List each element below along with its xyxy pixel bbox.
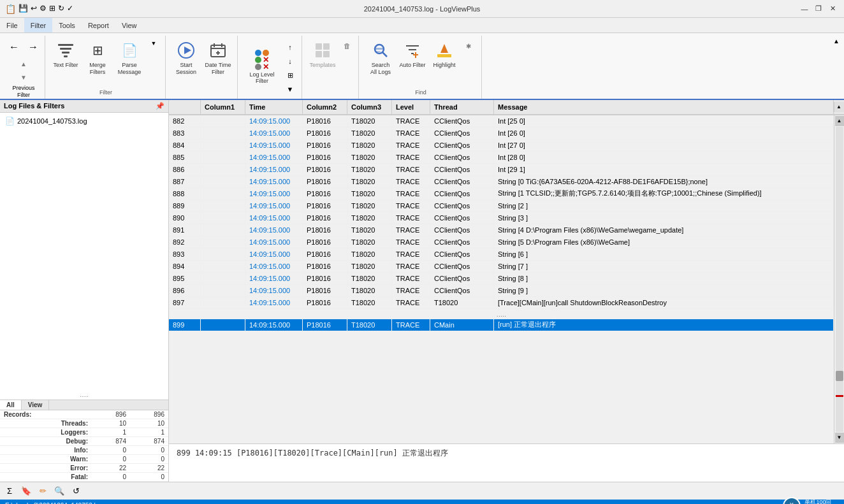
stats-view-7: 0 <box>130 473 168 482</box>
col-header-message[interactable]: Message <box>494 100 834 114</box>
menu-report[interactable]: Report <box>82 18 115 32</box>
auto-filter-button[interactable]: Auto Filter <box>397 37 428 75</box>
nav-down-button[interactable]: ▼ <box>16 71 31 83</box>
stats-view-0: 896 <box>130 410 168 419</box>
bookmark-button[interactable]: 🔖 <box>19 484 33 498</box>
table-cell: P18016 <box>303 152 347 163</box>
stats-tabs: All View <box>0 400 168 410</box>
table-cell: Int [27 0] <box>494 140 834 151</box>
table-row[interactable]: 89314:09:15.000P18016T18020TRACECClientQ… <box>169 248 834 261</box>
templates-icon <box>312 40 333 61</box>
table-cell <box>201 273 245 284</box>
start-session-button[interactable]: Start Session <box>171 37 201 79</box>
table-cell: P18016 <box>303 224 347 236</box>
log-level-filter-button[interactable]: ✕ ✕ Log Level Filter <box>243 47 281 89</box>
templates-button[interactable]: Templates <box>307 37 338 75</box>
merge-filters-button[interactable]: ⊞ Merge Filters <box>82 37 113 79</box>
stats-label-0: Records: <box>0 410 92 419</box>
log-table-header: Column1 Time Column2 Column3 Level Threa… <box>169 100 844 115</box>
file-item[interactable]: 📄 20241004_140753.log <box>3 115 166 127</box>
menu-tools[interactable]: Tools <box>52 18 82 32</box>
search-all-logs-button[interactable]: Search All Logs <box>365 37 396 79</box>
forward-button[interactable]: → <box>24 38 42 56</box>
loglevel-extra4[interactable]: ▼ <box>282 83 298 96</box>
table-row[interactable]: 88614:09:15.000P18016T18020TRACECClientQ… <box>169 164 834 176</box>
table-row[interactable]: 88714:09:15.000P18016T18020TRACECClientQ… <box>169 176 834 188</box>
table-row[interactable]: 88814:09:15.000P18016T18020TRACECClientQ… <box>169 188 834 200</box>
templates-items: Templates 🗑 <box>307 37 354 97</box>
datetime-filter-button[interactable]: Date Time Filter <box>203 37 233 79</box>
table-cell: 893 <box>169 248 201 260</box>
table-cell <box>201 176 245 187</box>
table-cell: String [7 ] <box>494 261 834 272</box>
scroll-up-button[interactable]: ▲ <box>835 116 844 126</box>
table-row[interactable]: 88514:09:15.000P18016T18020TRACECClientQ… <box>169 152 834 164</box>
highlight-button[interactable]: Highlight <box>429 37 460 75</box>
loglevel-extra3[interactable]: ⊞ <box>282 69 298 82</box>
table-row[interactable]: 89214:09:15.000P18016T18020TRACECClientQ… <box>169 236 834 248</box>
menu-file[interactable]: File <box>0 18 24 32</box>
stats-tab-view[interactable]: View <box>22 400 50 410</box>
highlight-extra-button[interactable]: ✱ <box>461 40 476 52</box>
table-row[interactable]: 89114:09:15.000P18016T18020TRACECClientQ… <box>169 224 834 236</box>
minimize-button[interactable]: — <box>798 3 811 15</box>
menu-view[interactable]: View <box>115 18 143 32</box>
col-header-level[interactable]: Level <box>392 100 430 114</box>
table-cell: [Trace][CMain][run]call ShutdownBlockRea… <box>494 297 834 308</box>
filter-dropdown-button[interactable]: ▼ <box>146 37 161 50</box>
table-cell: 14:09:15.000 <box>245 319 303 331</box>
table-cell: P18016 <box>303 188 347 199</box>
table-cell: CClientQos <box>430 164 494 175</box>
col-header-thread[interactable]: Thread <box>430 100 494 114</box>
table-cell: 14:09:15.000 <box>245 261 303 272</box>
table-cell: P18016 <box>303 212 347 224</box>
table-row[interactable]: 89714:09:15.000P18016T18020TRACET18020[T… <box>169 297 834 309</box>
detail-panel: 899 14:09:15 [P18016][T18020][Trace][CMa… <box>169 443 844 482</box>
col-header-col2[interactable]: Column2 <box>303 100 347 114</box>
svg-rect-13 <box>323 43 330 50</box>
table-row[interactable]: 89514:09:15.000P18016T18020TRACECClientQ… <box>169 273 834 285</box>
table-cell: P18016 <box>303 236 347 248</box>
search-button[interactable]: 🔍 <box>52 484 66 498</box>
table-row[interactable]: 89014:09:15.000P18016T18020TRACECClientQ… <box>169 212 834 224</box>
table-row[interactable]: 89614:09:15.000P18016T18020TRACECClientQ… <box>169 285 834 297</box>
table-cell: TRACE <box>392 212 430 224</box>
table-row[interactable]: 88414:09:15.000P18016T18020TRACECClientQ… <box>169 140 834 152</box>
col-header-col3[interactable]: Column3 <box>347 100 392 114</box>
close-button[interactable]: ✕ <box>826 3 839 15</box>
templates-delete-button[interactable]: 🗑 <box>339 40 354 52</box>
table-row[interactable]: 89414:09:15.000P18016T18020TRACECClientQ… <box>169 261 834 273</box>
pin-icon[interactable]: 📌 <box>156 102 164 110</box>
table-cell: T18020 <box>347 164 392 175</box>
back-button[interactable]: ← <box>5 38 23 56</box>
rotate-button[interactable]: ↺ <box>69 484 83 498</box>
table-cell: 14:09:15.000 <box>245 188 303 199</box>
svg-rect-19 <box>375 51 381 52</box>
scroll-top-button[interactable]: ▲ <box>834 102 843 112</box>
loglevel-extra1[interactable]: ↑ <box>282 41 298 54</box>
table-row[interactable]: 89914:09:15.000P18016T18020TRACECMain[ru… <box>169 319 834 331</box>
stats-tab-all[interactable]: All <box>0 400 22 410</box>
window-controls[interactable]: — ❐ ✕ <box>798 3 839 15</box>
table-cell <box>201 297 245 308</box>
table-cell: 14:09:15.000 <box>245 140 303 151</box>
parse-message-button[interactable]: 📄 Parse Message <box>114 37 145 79</box>
table-row[interactable]: 88314:09:15.000P18016T18020TRACECClientQ… <box>169 127 834 140</box>
scroll-down-button[interactable]: ▼ <box>835 433 844 443</box>
prev-filter-label: Previous Filter <box>12 85 34 99</box>
table-row[interactable]: 88214:09:15.000P18016T18020TRACECClientQ… <box>169 115 834 127</box>
scroll-bar[interactable]: ▲ ▼ <box>834 115 844 443</box>
text-filter-button[interactable]: Text Filter <box>50 37 81 75</box>
ribbon-collapse-button[interactable]: ▲ <box>831 36 841 46</box>
col-header-col1[interactable]: Column1 <box>201 100 245 114</box>
menu-filter[interactable]: Filter <box>24 18 52 32</box>
col-header-num[interactable] <box>169 100 201 114</box>
nav-up-button[interactable]: ▲ <box>16 57 31 70</box>
restore-button[interactable]: ❐ <box>812 3 825 15</box>
edit-button[interactable]: ✏ <box>36 484 50 498</box>
sigma-button[interactable]: Σ <box>3 484 17 498</box>
loglevel-extra2[interactable]: ↓ <box>282 55 298 68</box>
table-row[interactable]: 88914:09:15.000P18016T18020TRACECClientQ… <box>169 200 834 212</box>
log-body[interactable]: 88214:09:15.000P18016T18020TRACECClientQ… <box>169 115 834 443</box>
col-header-time[interactable]: Time <box>245 100 303 114</box>
